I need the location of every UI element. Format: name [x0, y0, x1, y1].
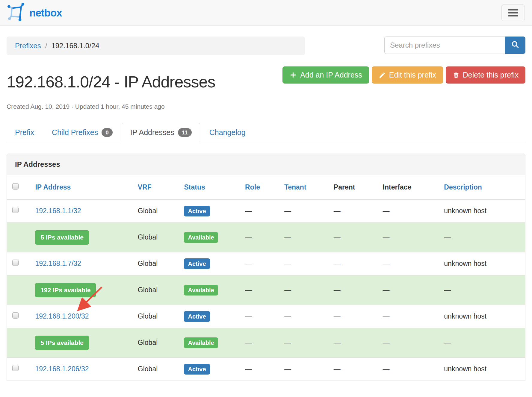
- search-button[interactable]: [505, 37, 525, 54]
- tab-count-badge: 11: [178, 128, 192, 137]
- vrf-cell: Global: [135, 305, 182, 328]
- row-checkbox[interactable]: [12, 312, 19, 319]
- status-badge: Available: [184, 337, 218, 348]
- parent-cell: —: [331, 275, 380, 305]
- breadcrumb-current: 192.168.1.0/24: [51, 42, 99, 50]
- column-header-ip-address[interactable]: IP Address: [33, 175, 135, 200]
- tab-label: Changelog: [209, 128, 246, 137]
- ips-available-button[interactable]: 192 IPs available: [35, 283, 96, 297]
- hamburger-menu-button[interactable]: [501, 4, 525, 21]
- netbox-logo-icon: [7, 3, 26, 23]
- panel-title: IP Addresses: [7, 154, 525, 175]
- tenant-cell: —: [282, 328, 331, 357]
- main-content: Prefixes / 192.168.1.0/24 Add an IP Addr…: [0, 37, 532, 381]
- interface-cell: —: [380, 199, 442, 222]
- tab-bar: PrefixChild Prefixes0IP Addresses11Chang…: [7, 123, 525, 142]
- netbox-brand[interactable]: netbox: [7, 3, 62, 23]
- column-header-parent: Parent: [331, 175, 380, 200]
- top-navbar: netbox: [0, 0, 532, 26]
- ip-addresses-table: IP AddressVRFStatusRoleTenantParentInter…: [7, 175, 525, 381]
- interface-cell: —: [380, 252, 442, 275]
- description-cell: unknown host: [442, 252, 525, 275]
- plus-icon: [289, 71, 297, 79]
- table-header-row: IP AddressVRFStatusRoleTenantParentInter…: [7, 175, 525, 200]
- row-checkbox[interactable]: [12, 260, 19, 266]
- role-cell: —: [243, 275, 282, 305]
- tenant-cell: —: [282, 357, 331, 381]
- brand-name: netbox: [29, 7, 62, 19]
- vrf-cell: Global: [135, 252, 182, 275]
- status-badge: Active: [184, 258, 210, 269]
- column-header-role[interactable]: Role: [243, 175, 282, 200]
- button-label: Edit this prefix: [389, 71, 436, 79]
- tenant-cell: —: [282, 305, 331, 328]
- tab-label: Prefix: [15, 128, 34, 137]
- ip-addresses-panel: IP Addresses IP AddressVRFStatusRoleTena…: [7, 154, 525, 381]
- page-title: 192.168.1.0/24 - IP Addresses: [7, 71, 246, 93]
- role-cell: —: [243, 357, 282, 381]
- delete-prefix-button[interactable]: Delete this prefix: [446, 66, 525, 84]
- button-label: Delete this prefix: [463, 71, 519, 79]
- vrf-cell: Global: [135, 275, 182, 305]
- role-cell: —: [243, 328, 282, 357]
- ip-address-link[interactable]: 192.168.1.206/32: [35, 365, 89, 373]
- column-header-status[interactable]: Status: [182, 175, 243, 200]
- select-all-checkbox[interactable]: [12, 183, 19, 190]
- status-badge: Available: [184, 285, 218, 296]
- action-buttons: Add an IP AddressEdit this prefixDelete …: [282, 66, 525, 84]
- interface-cell: —: [380, 305, 442, 328]
- tab-prefix[interactable]: Prefix: [7, 123, 43, 142]
- breadcrumb-prefixes-link[interactable]: Prefixes: [15, 42, 41, 50]
- status-badge: Active: [184, 364, 210, 375]
- ip-address-link[interactable]: 192.168.1.1/32: [35, 207, 81, 215]
- ips-available-button[interactable]: 5 IPs available: [35, 336, 89, 350]
- tab-changelog[interactable]: Changelog: [201, 123, 254, 142]
- search-form: [384, 37, 525, 54]
- available-ips-row: 5 IPs availableGlobalAvailable—————: [7, 328, 525, 357]
- row-checkbox[interactable]: [12, 365, 19, 371]
- ip-address-row: 192.168.1.1/32GlobalActive————unknown ho…: [7, 199, 525, 222]
- interface-cell: —: [380, 275, 442, 305]
- vrf-cell: Global: [135, 357, 182, 381]
- ip-address-row: 192.168.1.206/32GlobalActive————unknown …: [7, 357, 525, 381]
- tenant-cell: —: [282, 252, 331, 275]
- hamburger-icon: [508, 9, 518, 10]
- vrf-cell: Global: [135, 222, 182, 252]
- search-icon: [511, 40, 519, 50]
- description-cell: unknown host: [442, 305, 525, 328]
- tenant-cell: —: [282, 275, 331, 305]
- search-input[interactable]: [384, 37, 505, 54]
- column-header-vrf[interactable]: VRF: [135, 175, 182, 200]
- description-cell: unknown host: [442, 199, 525, 222]
- ips-available-button[interactable]: 5 IPs available: [35, 230, 89, 245]
- column-header-interface: Interface: [380, 175, 442, 200]
- edit-prefix-button[interactable]: Edit this prefix: [372, 66, 443, 84]
- description-cell: —: [442, 222, 525, 252]
- description-cell: —: [442, 328, 525, 357]
- parent-cell: —: [331, 357, 380, 381]
- button-label: Add an IP Address: [300, 71, 362, 79]
- tenant-cell: —: [282, 199, 331, 222]
- breadcrumb: Prefixes / 192.168.1.0/24: [7, 37, 305, 55]
- tab-label: IP Addresses: [130, 128, 174, 137]
- parent-cell: —: [331, 252, 380, 275]
- trash-icon: [453, 72, 460, 79]
- tab-ip-addresses[interactable]: IP Addresses11: [122, 123, 200, 142]
- row-checkbox[interactable]: [12, 207, 19, 213]
- available-ips-row: 192 IPs availableGlobalAvailable—————: [7, 275, 525, 305]
- tab-child-prefixes[interactable]: Child Prefixes0: [43, 123, 121, 142]
- role-cell: —: [243, 252, 282, 275]
- vrf-cell: Global: [135, 199, 182, 222]
- ip-address-link[interactable]: 192.168.1.7/32: [35, 260, 81, 267]
- column-header-description[interactable]: Description: [442, 175, 525, 200]
- ip-address-link[interactable]: 192.168.1.200/32: [35, 312, 89, 320]
- role-cell: —: [243, 222, 282, 252]
- description-cell: —: [442, 275, 525, 305]
- pencil-icon: [379, 72, 386, 79]
- add-ip-address-button[interactable]: Add an IP Address: [282, 66, 369, 84]
- interface-cell: —: [380, 357, 442, 381]
- ip-address-row: 192.168.1.7/32GlobalActive————unknown ho…: [7, 252, 525, 275]
- parent-cell: —: [331, 328, 380, 357]
- interface-cell: —: [380, 328, 442, 357]
- column-header-tenant[interactable]: Tenant: [282, 175, 331, 200]
